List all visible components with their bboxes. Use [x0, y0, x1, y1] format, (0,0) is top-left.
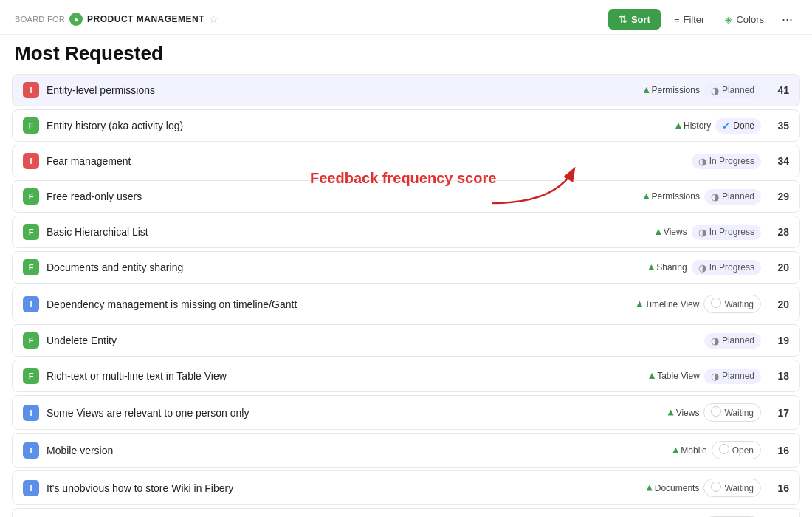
- item-title: Entity-level permissions: [47, 84, 636, 96]
- item-badge: I: [23, 405, 39, 421]
- board-for-text: BOARD FOR: [15, 15, 65, 24]
- list-item[interactable]: I Mobile version Mobile Open 16: [12, 433, 800, 468]
- colors-button[interactable]: ◈ Colors: [718, 10, 771, 30]
- list-item[interactable]: F Rich-text or multi-line text in Table …: [12, 360, 800, 392]
- list-item[interactable]: F Documents and entity sharing Sharing ◑…: [12, 251, 800, 284]
- item-title: Mobile version: [47, 445, 665, 456]
- list-item[interactable]: I It's unobvious how to store Wiki in Fi…: [12, 470, 800, 505]
- item-meta: ◑ In Progress 34: [692, 154, 789, 169]
- list-item[interactable]: I Fear management ◑ In Progress 34: [12, 145, 800, 177]
- item-title: Dependency management is missing on time…: [47, 298, 629, 310]
- status-icon: ◑: [698, 262, 706, 273]
- item-badge: I: [23, 82, 39, 98]
- item-title: Undelete Entity: [47, 335, 697, 346]
- item-badge: F: [23, 259, 39, 275]
- status-badge: ◑ In Progress: [692, 260, 761, 275]
- status-badge: ◑ Planned: [704, 189, 761, 205]
- filter-icon: ≡: [674, 14, 680, 25]
- status-label: Planned: [722, 335, 754, 346]
- list-item[interactable]: I Undiscoverable import Getting started …: [12, 508, 800, 517]
- item-tag: Mobile: [672, 445, 706, 456]
- tag-dot-icon: [668, 410, 674, 416]
- item-badge: I: [23, 296, 39, 312]
- tag-dot-icon: [648, 264, 654, 270]
- board-label: BOARD FOR ● PRODUCT MANAGEMENT ☆: [15, 13, 219, 26]
- item-badge: I: [23, 153, 39, 169]
- item-tag: Sharing: [648, 262, 687, 273]
- item-meta: Views ◑ In Progress 28: [656, 225, 789, 240]
- list-item[interactable]: F Free read-only users Permissions ◑ Pla…: [12, 180, 800, 213]
- status-icon: [719, 444, 729, 456]
- product-logo: ●: [69, 13, 83, 26]
- more-button[interactable]: ···: [777, 10, 797, 29]
- list-item[interactable]: F Undelete Entity ◑ Planned 19: [12, 324, 800, 357]
- status-icon: ◑: [711, 85, 719, 96]
- status-icon: [711, 298, 721, 310]
- tag-dot-icon: [675, 123, 681, 129]
- list-container: Feedback frequency score I Entity-level …: [0, 74, 812, 517]
- board-name: PRODUCT MANAGEMENT: [87, 14, 204, 24]
- item-tag: Views: [668, 408, 700, 418]
- item-count: 20: [771, 261, 789, 273]
- item-tag: Documents: [647, 483, 700, 493]
- item-tag: Table View: [649, 371, 700, 381]
- status-label: Waiting: [724, 408, 754, 418]
- item-title: Basic Hierarchical List: [47, 226, 648, 238]
- item-meta: Table View ◑ Planned 18: [649, 369, 789, 384]
- item-count: 17: [771, 407, 789, 419]
- colors-label: Colors: [736, 14, 764, 25]
- item-count: 41: [771, 84, 789, 96]
- tag-dot-icon: [649, 373, 655, 379]
- sort-button[interactable]: ⇅ Sort: [608, 9, 661, 30]
- item-title: Documents and entity sharing: [47, 261, 641, 273]
- status-icon: ◑: [711, 191, 719, 202]
- filter-button[interactable]: ≡ Filter: [667, 10, 712, 30]
- list-item[interactable]: F Entity history (aka activity log) Hist…: [12, 109, 800, 142]
- top-bar: BOARD FOR ● PRODUCT MANAGEMENT ☆ ⇅ Sort …: [0, 0, 812, 35]
- status-label: Planned: [722, 85, 754, 95]
- item-badge: F: [23, 332, 39, 349]
- status-icon: [711, 406, 721, 419]
- tag-label: History: [684, 120, 711, 131]
- toolbar: ⇅ Sort ≡ Filter ◈ Colors ···: [608, 9, 797, 30]
- filter-label: Filter: [684, 14, 705, 25]
- status-badge: ◑ Planned: [704, 333, 761, 349]
- item-meta: Timeline View Waiting 20: [636, 295, 789, 313]
- status-badge: Waiting: [703, 479, 761, 497]
- tag-label: Documents: [655, 483, 700, 493]
- item-tag: Timeline View: [636, 299, 699, 309]
- item-tag: Permissions: [644, 85, 700, 95]
- item-meta: Permissions ◑ Planned 29: [644, 189, 789, 205]
- item-count: 34: [771, 155, 789, 167]
- item-badge: I: [23, 442, 39, 459]
- status-icon: ◑: [711, 371, 719, 382]
- status-label: In Progress: [709, 227, 754, 237]
- tag-label: Permissions: [652, 85, 700, 95]
- status-label: Waiting: [724, 299, 754, 309]
- tag-dot-icon: [656, 229, 661, 235]
- tag-label: Permissions: [652, 191, 700, 202]
- star-icon[interactable]: ☆: [209, 13, 219, 25]
- status-badge: Waiting: [703, 403, 761, 422]
- item-tag: Views: [656, 227, 687, 237]
- item-count: 19: [771, 335, 789, 346]
- list-item[interactable]: F Basic Hierarchical List Views ◑ In Pro…: [12, 216, 800, 248]
- tag-dot-icon: [647, 485, 653, 491]
- tag-dot-icon: [644, 194, 650, 199]
- colors-icon: ◈: [725, 14, 732, 25]
- item-title: Free read-only users: [47, 191, 636, 202]
- item-meta: Sharing ◑ In Progress 20: [648, 260, 789, 275]
- item-count: 28: [771, 226, 789, 238]
- status-label: Open: [732, 445, 754, 456]
- tag-label: Mobile: [681, 445, 706, 456]
- list-item[interactable]: I Some Views are relevant to one person …: [12, 395, 800, 430]
- list-item[interactable]: I Entity-level permissions Permissions ◑…: [12, 74, 800, 106]
- item-meta: Views Waiting 17: [668, 403, 789, 422]
- status-badge: ◑ In Progress: [692, 225, 761, 240]
- tag-label: Views: [676, 408, 700, 418]
- item-badge: F: [23, 188, 39, 205]
- item-tag: History: [675, 120, 711, 131]
- item-badge: F: [23, 117, 39, 134]
- item-meta: Documents Waiting 16: [647, 479, 789, 497]
- list-item[interactable]: I Dependency management is missing on ti…: [12, 287, 800, 321]
